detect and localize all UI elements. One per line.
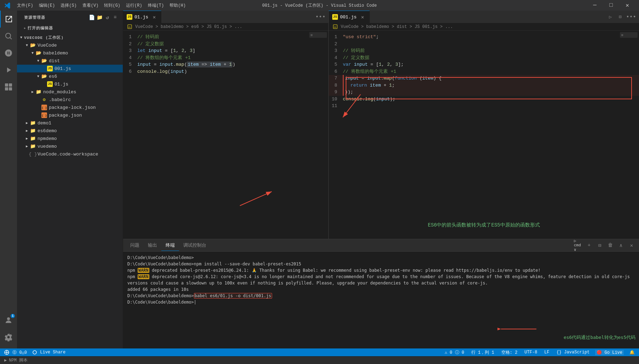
term-line-3: npm WARN deprecated core-js@2.6.12: core… <box>127 274 635 286</box>
tree-arrow-es6: ▼ <box>35 74 41 79</box>
folder-icon: 📂 <box>30 42 36 48</box>
folder-icon-es6demo: 📁 <box>30 128 36 134</box>
sidebar-title: 资源管理器 <box>24 15 45 20</box>
title-bar-left: 文件(F) 编辑(E) 选择(S) 查看(V) 转到(G) 运行(R) 终端(T… <box>4 1 189 10</box>
folder-icon-dist: 📂 <box>41 58 47 64</box>
term-line-0: D:\Code\VueCode\babeldemo> <box>127 254 635 261</box>
terminal-tab-terminal[interactable]: 终端 <box>161 240 179 251</box>
menu-edit[interactable]: 编辑(E) <box>36 1 58 10</box>
terminal-tab-debug[interactable]: 调试控制台 <box>179 240 211 251</box>
terminal-add-icon[interactable]: + <box>585 241 594 250</box>
activity-account[interactable]: 1 <box>0 312 17 329</box>
tree-package-lock[interactable]: ▶ { } package-lock.json <box>17 104 123 111</box>
svg-text:⊞: ⊞ <box>621 34 623 37</box>
tree-npmdemo[interactable]: ▶ 📁 npmdemo <box>17 135 123 142</box>
status-errors[interactable]: ⚠ 0 ⓘ 0 <box>443 350 466 356</box>
status-encoding[interactable]: UTF-8 <box>523 350 539 355</box>
js-icon-01js: JS <box>47 81 53 87</box>
collapse-all-icon[interactable]: ≡ <box>112 14 119 20</box>
status-go-live[interactable]: 🔴 Go Live <box>595 350 624 355</box>
tab-001js-close[interactable]: ✕ <box>359 14 366 20</box>
tree-workspace-file[interactable]: ▶ { } VueCode.code-workspace <box>17 150 123 158</box>
right-code-editor[interactable]: ⊞ 1 "use strict"; 2 3 // 转码 <box>329 31 639 239</box>
tree-001js[interactable]: ▶ JS 001.js <box>17 65 123 72</box>
r-code-line-7: 7 input = input.map(function (item) { <box>329 75 639 82</box>
code-line-1: 1 // 转码前 <box>123 34 328 41</box>
terminal-tab-output[interactable]: 输出 <box>144 240 161 251</box>
menu-terminal[interactable]: 终端(T) <box>145 1 167 10</box>
activity-settings[interactable] <box>0 329 17 346</box>
menu-file[interactable]: 文件(F) <box>14 1 36 10</box>
terminal-close-icon[interactable]: ✕ <box>627 241 636 250</box>
terminal-tab-problems[interactable]: 问题 <box>126 240 144 251</box>
status-git-icon[interactable]: ⓪ 0△0 <box>3 350 28 356</box>
window-controls[interactable]: ─ □ ✕ <box>587 0 635 11</box>
status-notifications[interactable]: 🔔 <box>628 350 636 355</box>
svg-point-0 <box>6 33 11 38</box>
tree-01js[interactable]: ▶ JS 01.js <box>17 80 123 88</box>
tree-babelrc[interactable]: ▶ ⚙ .babelrc <box>17 96 123 104</box>
new-file-icon[interactable]: 📄 <box>89 14 95 20</box>
menu-selection[interactable]: 选择(S) <box>58 1 80 10</box>
terminal-body[interactable]: D:\Code\VueCode\babeldemo> D:\Code\VueCo… <box>123 252 639 348</box>
tree-babeldemo[interactable]: ▼ 📂 babeldemo <box>17 49 123 57</box>
left-editor-menu[interactable]: ••• <box>312 11 328 23</box>
folder-icon-node-modules: 📁 <box>35 89 42 95</box>
new-folder-icon[interactable]: 📁 <box>97 14 103 20</box>
status-live-share[interactable]: Live Share <box>31 350 67 355</box>
open-editors-label: 打开的编辑器 <box>28 25 53 31</box>
workspace-root[interactable]: ▼ VUECODE (工作区) <box>17 34 123 41</box>
tree-vuedemo[interactable]: ▶ 📁 vuedemo <box>17 142 123 150</box>
tree-demo1[interactable]: ▶ 📁 demo1 <box>17 119 123 127</box>
status-eol[interactable]: LF <box>543 350 551 355</box>
menu-view[interactable]: 查看(V) <box>80 1 102 10</box>
right-editor-menu[interactable]: ••• <box>626 11 636 23</box>
code-line-5: 5 input = input.map(item => item + 1) <box>123 61 328 68</box>
tree-dist[interactable]: ▼ 📂 dist <box>17 57 123 65</box>
terminal-maximize-icon[interactable]: ∧ <box>616 241 626 250</box>
refresh-icon[interactable]: ↺ <box>104 14 111 20</box>
activity-explorer[interactable] <box>0 11 17 28</box>
close-button[interactable]: ✕ <box>619 0 635 11</box>
status-spaces[interactable]: 空格: 2 <box>500 350 519 356</box>
npm-scripts-icon[interactable]: ▶ <box>4 358 7 363</box>
tab-01js-label: 01.js <box>134 14 148 20</box>
tree-es6demo[interactable]: ▶ 📁 es6demo <box>17 127 123 135</box>
run-icon[interactable]: ▷ <box>606 13 615 21</box>
r-code-line-11: 11 <box>329 102 639 110</box>
tree-arrow-demo1: ▶ <box>24 120 30 126</box>
tab-01js[interactable]: JS 01.js ✕ <box>123 11 161 23</box>
tree-arrow-dist: ▼ <box>35 58 41 64</box>
status-language-mode[interactable]: {} JavaScript <box>555 350 591 355</box>
tree-es6[interactable]: ▼ 📂 es6 <box>17 72 123 80</box>
tree-vuecode[interactable]: ▼ 📂 VueCode <box>17 41 123 49</box>
menu-help[interactable]: 帮助(H) <box>167 1 189 10</box>
activity-source-control[interactable] <box>0 45 17 61</box>
activity-search[interactable] <box>0 28 17 45</box>
menu-goto[interactable]: 转到(G) <box>101 1 123 10</box>
activity-run[interactable] <box>0 61 17 78</box>
status-position[interactable]: 行 1，列 1 <box>470 350 496 356</box>
tab-01js-close[interactable]: ✕ <box>151 14 157 20</box>
folder-icon-vuedemo: 📁 <box>30 143 36 149</box>
r-code-line-1: 1 "use strict"; <box>329 34 639 41</box>
tree-package-json[interactable]: ▶ { } package.json <box>17 111 123 119</box>
open-editors-section[interactable]: ▶ 打开的编辑器 <box>17 23 123 34</box>
folder-icon-babeldemo: 📂 <box>35 50 42 56</box>
tree-node-modules[interactable]: ▶ 📁 node_modules <box>17 88 123 96</box>
terminal-split-icon[interactable]: ⊟ <box>595 241 604 250</box>
sidebar-header-icons[interactable]: 📄 📁 ↺ ≡ <box>89 14 119 20</box>
svg-text:⊞: ⊞ <box>311 34 312 37</box>
tab-001js[interactable]: JS 001.js ✕ <box>329 11 370 23</box>
menu-run[interactable]: 运行(R) <box>123 1 145 10</box>
split-editor-icon[interactable]: ⊟ <box>616 13 624 21</box>
minimize-button[interactable]: ─ <box>587 0 603 11</box>
terminal-trash-icon[interactable]: 🗑 <box>606 241 615 250</box>
split-editors: JS 01.js ✕ ••• JS VueCode > babeldemo > … <box>123 11 639 239</box>
activity-extensions[interactable] <box>0 78 17 95</box>
tree-label-01js: 01.js <box>54 82 68 87</box>
menu-bar[interactable]: 文件(F) 编辑(E) 选择(S) 查看(V) 转到(G) 运行(R) 终端(T… <box>14 1 189 10</box>
workspace-label: VUECODE (工作区) <box>24 35 64 40</box>
restore-button[interactable]: □ <box>603 0 619 11</box>
left-code-editor[interactable]: ⊞ 1 // 转码前 2 // 定义数据 3 let in <box>123 31 328 239</box>
